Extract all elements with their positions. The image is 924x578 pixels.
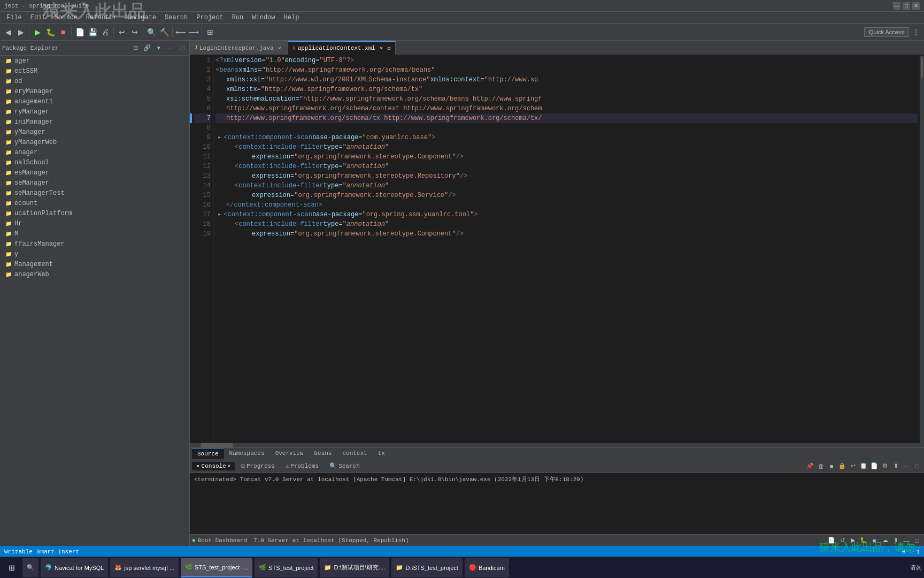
tree-item-yman[interactable]: 📁 yManager (0, 127, 189, 137)
tree-item-affairs[interactable]: 📁 ffairsManager (0, 239, 189, 249)
boot-dashboard-label[interactable]: Boot Dashboard (198, 537, 247, 544)
code-editor[interactable]: 1 2 3 4 5 6 7 8 9 10 11 12 13 14 15 16 1… (190, 56, 924, 443)
taskbar-firefox[interactable]: 🦊 jsp servlet mysql ... (110, 558, 179, 577)
menu-search[interactable]: Search (160, 13, 192, 22)
sidebar-hscroll[interactable] (0, 542, 189, 546)
quick-access-button[interactable]: Quick Access (864, 27, 909, 37)
boot-min-btn[interactable]: — (902, 536, 911, 545)
menu-window[interactable]: Window (248, 13, 279, 22)
tab-appcontext[interactable]: X applicationContext.xml ✕ ⚙ (288, 41, 396, 55)
toolbar-next-edit[interactable]: ⟶ (188, 26, 199, 38)
menu-navigate[interactable]: Navigate (121, 13, 160, 22)
bottom-tab-context[interactable]: context (337, 448, 372, 459)
boot-publish-btn[interactable]: ☁ (880, 536, 890, 545)
sidebar-tree[interactable]: 📁 ager 📁 ectSSM 📁 od 📁 eryManager 📁 anag… (0, 56, 189, 542)
console-stop-btn[interactable]: ■ (827, 461, 836, 471)
maximize-button[interactable]: □ (903, 2, 910, 10)
console-tab-problems[interactable]: ⚠ Problems (281, 461, 323, 470)
code-hscroll[interactable] (190, 443, 924, 447)
tree-item-semt[interactable]: 📁 seManagerTest (0, 188, 189, 198)
tree-item-ry[interactable]: 📁 ryManager (0, 107, 189, 117)
toolbar-build[interactable]: 🔨 (158, 26, 170, 38)
tree-item-hr[interactable]: 📁 Hr (0, 218, 189, 229)
sidebar-min-btn[interactable]: — (166, 43, 175, 53)
tree-item-y[interactable]: 📁 y (0, 249, 189, 259)
toolbar-back[interactable]: ◀ (2, 26, 14, 38)
tree-item-mgmt[interactable]: 📁 Management (0, 259, 189, 269)
console-max-btn[interactable]: □ (912, 461, 922, 471)
taskbar-start[interactable]: ⊞ (2, 558, 21, 577)
console-scroll-lock-btn[interactable]: 🔒 (837, 461, 847, 471)
toolbar-debug[interactable]: 🐛 (44, 26, 56, 38)
toolbar-prev-edit[interactable]: ⟵ (175, 26, 187, 38)
menu-help[interactable]: Help (280, 13, 304, 22)
boot-max-btn[interactable]: □ (912, 536, 922, 545)
menu-source[interactable]: Source (50, 13, 82, 22)
tab-logininterceptor[interactable]: J LoginInterceptor.java ✕ (190, 41, 288, 55)
toolbar-new[interactable]: 📄 (74, 26, 86, 38)
console-min-btn[interactable]: — (902, 461, 911, 471)
console-copy-btn[interactable]: 📋 (859, 461, 868, 471)
toolbar-forward[interactable]: ▶ (15, 26, 27, 38)
toolbar-undo[interactable]: ↩ (116, 26, 128, 38)
tree-item-ery[interactable]: 📁 eryManager (0, 86, 189, 96)
boot-refresh-btn[interactable]: ↺ (837, 536, 847, 545)
sidebar-menu-btn[interactable]: ▾ (154, 43, 164, 53)
console-paste-btn[interactable]: 📄 (869, 461, 879, 471)
sidebar-max-btn[interactable]: □ (178, 43, 187, 53)
toolbar-redo[interactable]: ↪ (129, 26, 141, 38)
taskbar-search[interactable]: 🔍 (22, 558, 38, 577)
taskbar-folder1[interactable]: 📁 D:\测试项目\研究-... (320, 558, 389, 577)
tree-item-school[interactable]: 📁 nalSchool (0, 157, 189, 168)
tree-item-od[interactable]: 📁 od (0, 76, 189, 86)
boot-open-btn[interactable]: ⬆ (891, 536, 900, 545)
bottom-tab-beans[interactable]: beans (309, 448, 337, 459)
tab-close-appcontext[interactable]: ✕ (378, 44, 385, 52)
tree-item-count[interactable]: 📁 ecount (0, 198, 189, 208)
tree-item-explorer[interactable]: 📁 ager (0, 56, 189, 66)
console-settings-btn[interactable]: ⚙ (880, 461, 890, 471)
toolbar-print[interactable]: 🖨 (99, 26, 111, 38)
vscroll-thumb[interactable] (921, 57, 923, 78)
console-tab-console[interactable]: ▪ Console ✕ (192, 462, 235, 470)
editor-vscroll[interactable] (920, 56, 924, 443)
tab-close-login[interactable]: ✕ (276, 44, 283, 52)
taskbar-bandicam[interactable]: 🔴 Bandicam (465, 558, 509, 577)
close-button[interactable]: ✕ (912, 2, 920, 10)
menu-run[interactable]: Run (228, 13, 248, 22)
hscroll-thumb[interactable] (201, 443, 233, 447)
taskbar-navicat[interactable]: 🐬 Navicat for MySQL (41, 558, 108, 577)
console-tab-progress[interactable]: ⊡ Progress (237, 461, 279, 470)
console-open-btn[interactable]: ⬆ (891, 461, 900, 471)
bottom-tab-source[interactable]: Source (192, 448, 224, 459)
tree-item-esm[interactable]: 📁 esManager (0, 168, 189, 178)
boot-stop-btn[interactable]: ■ (869, 536, 879, 545)
toolbar-run[interactable]: ▶ (32, 26, 43, 38)
tree-item-ymanweb[interactable]: 📁 yManagerWeb (0, 137, 189, 147)
bottom-tab-overview[interactable]: Overview (270, 448, 309, 459)
boot-run-btn[interactable]: ▶ (848, 536, 858, 545)
boot-new-btn[interactable]: 📄 (827, 536, 836, 545)
toolbar-menu[interactable]: ⋮ (910, 26, 922, 38)
tree-item-sem[interactable]: 📁 seManager (0, 178, 189, 188)
console-pin-btn[interactable]: 📌 (805, 461, 815, 471)
sidebar-collapse-btn[interactable]: ⊟ (130, 43, 140, 53)
tree-item-m[interactable]: 📁 M (0, 229, 189, 239)
menu-project[interactable]: Project (192, 13, 227, 22)
toolbar-find[interactable]: 🔍 (145, 26, 157, 38)
taskbar-folder2[interactable]: 📁 D:\STS_test_project (391, 558, 462, 577)
console-tab-search[interactable]: 🔍 Search (325, 461, 364, 470)
tree-item-mweb[interactable]: 📁 anagerWeb (0, 269, 189, 279)
toolbar-perspective[interactable]: ⊞ (204, 26, 216, 38)
boot-debug-btn[interactable]: 🐛 (859, 536, 868, 545)
code-content[interactable]: <?xml version="1.0" encoding="UTF-8" ?> … (213, 56, 920, 443)
toolbar-save[interactable]: 💾 (87, 26, 98, 38)
taskbar-sts2[interactable]: 🌿 STS_test_project (255, 558, 318, 577)
taskbar-sts1[interactable]: 🌿 STS_test_project -... (181, 558, 252, 577)
sidebar-link-btn[interactable]: 🔗 (142, 43, 152, 53)
tree-item-anager[interactable]: 📁 anager (0, 147, 189, 157)
bottom-tab-tx[interactable]: tx (373, 448, 390, 459)
tree-item-mgmt1[interactable]: 📁 anagement1 (0, 96, 189, 107)
console-wrap-btn[interactable]: ↩ (848, 461, 858, 471)
menu-file[interactable]: File (2, 13, 26, 22)
